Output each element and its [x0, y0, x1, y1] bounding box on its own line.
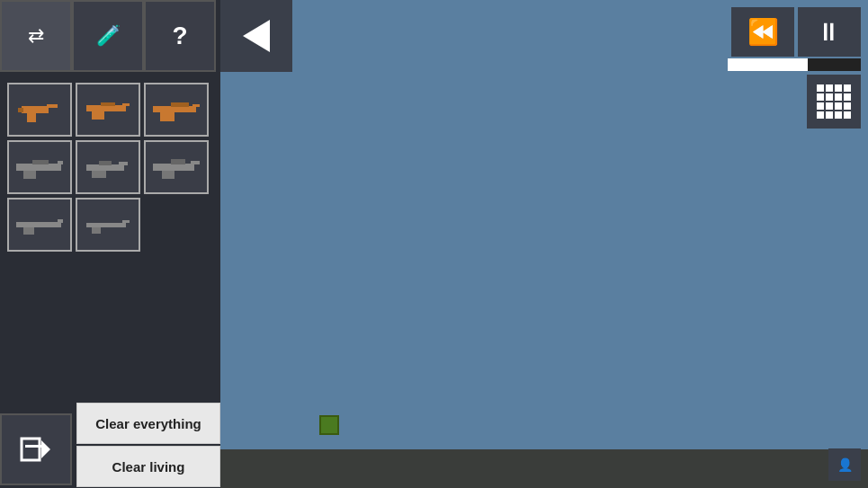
ground [220, 449, 868, 488]
svg-rect-6 [122, 103, 130, 106]
svg-rect-17 [92, 171, 106, 178]
svg-rect-8 [153, 106, 196, 112]
svg-rect-20 [153, 164, 194, 171]
character-object [319, 415, 339, 435]
clear-everything-button[interactable]: Clear everything [76, 403, 220, 444]
weapon-cell-6[interactable] [144, 140, 209, 194]
svg-rect-12 [16, 164, 61, 171]
svg-rect-13 [23, 171, 36, 179]
svg-rect-16 [86, 164, 124, 171]
svg-rect-2 [27, 113, 36, 122]
weapon-cell-5[interactable] [76, 140, 140, 194]
svg-rect-25 [23, 227, 34, 235]
gun-icon-5 [83, 151, 133, 183]
weapon-cell-2[interactable] [76, 83, 140, 137]
svg-rect-21 [162, 171, 174, 179]
svg-rect-5 [92, 111, 104, 120]
svg-rect-1 [47, 104, 58, 108]
weapon-cell-8[interactable] [76, 198, 140, 252]
person-icon: 👤 [837, 457, 853, 472]
svg-rect-26 [58, 219, 63, 223]
bottom-right-icon[interactable]: 👤 [828, 448, 861, 481]
pause-icon: ⏸ [816, 17, 844, 47]
rewind-icon: ⏪ [747, 17, 779, 47]
clear-buttons-container: Clear everything Clear living [76, 403, 220, 488]
svg-rect-15 [32, 160, 49, 164]
weapon-cell-4[interactable] [7, 140, 72, 194]
svg-rect-14 [58, 161, 63, 164]
gun-icon-6 [151, 151, 201, 183]
toolbar: ⇄ 🧪 ? [0, 0, 220, 72]
svg-rect-18 [119, 162, 128, 165]
svg-rect-9 [160, 112, 174, 121]
pause-button[interactable]: ⏸ [798, 7, 861, 57]
progress-bar-container [728, 58, 861, 71]
gun-icon-3 [151, 93, 201, 126]
svg-rect-11 [171, 102, 189, 107]
svg-rect-29 [122, 220, 130, 223]
weapon-cell-3[interactable] [144, 83, 209, 137]
svg-marker-32 [41, 440, 50, 458]
weapon-cell-7[interactable] [7, 198, 72, 252]
question-icon: ? [172, 22, 187, 50]
bottle-button[interactable]: 🧪 [72, 0, 144, 72]
svg-rect-28 [92, 227, 101, 234]
back-button[interactable] [220, 0, 292, 72]
rewind-button[interactable]: ⏪ [731, 7, 794, 57]
back-arrow-icon [243, 20, 270, 52]
transfer-icon: ⇄ [28, 24, 44, 48]
svg-rect-24 [16, 222, 61, 227]
grid-toggle-button[interactable] [807, 75, 861, 129]
svg-rect-0 [22, 106, 49, 113]
svg-rect-10 [192, 104, 200, 107]
svg-rect-3 [18, 108, 23, 112]
gun-icon-8 [83, 209, 133, 241]
progress-bar [728, 58, 808, 71]
gun-icon-4 [14, 151, 65, 183]
exit-button[interactable] [0, 413, 72, 485]
transfer-button[interactable]: ⇄ [0, 0, 72, 72]
media-controls: ⏪ ⏸ [728, 7, 861, 57]
gun-icon-7 [14, 209, 65, 241]
grid-icon [817, 84, 851, 119]
gun-icon-1 [14, 93, 65, 126]
svg-rect-23 [171, 159, 185, 164]
weapon-grid [0, 75, 220, 259]
help-button[interactable]: ? [144, 0, 216, 72]
svg-rect-27 [86, 223, 126, 227]
svg-rect-7 [101, 102, 115, 106]
gun-icon-2 [83, 93, 133, 126]
svg-rect-19 [99, 161, 112, 165]
svg-rect-4 [86, 105, 126, 111]
exit-icon [18, 431, 54, 467]
bottle-icon: 🧪 [96, 24, 121, 48]
svg-rect-22 [191, 161, 200, 164]
clear-living-button[interactable]: Clear living [76, 446, 220, 487]
top-right-controls: ⏪ ⏸ [728, 0, 868, 129]
weapon-cell-1[interactable] [7, 83, 72, 137]
svg-rect-30 [22, 439, 40, 460]
